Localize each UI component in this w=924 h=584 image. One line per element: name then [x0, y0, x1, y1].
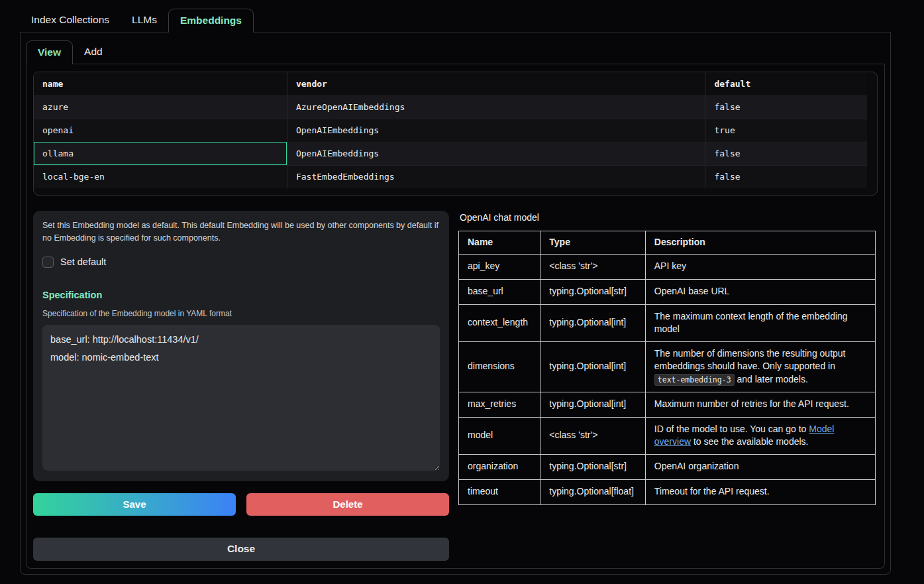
specification-heading: Specification — [42, 290, 440, 300]
tab-llms[interactable]: LLMs — [121, 9, 168, 32]
close-button[interactable]: Close — [33, 538, 449, 561]
param-row: max_retries typing.Optional[int] Maximum… — [459, 392, 876, 417]
param-type: typing.Optional[int] — [540, 392, 646, 417]
cell-vendor[interactable]: AzureOpenAIEmbeddings — [287, 95, 705, 119]
param-type: typing.Optional[float] — [540, 479, 646, 504]
param-row: api_key <class 'str'> API key — [459, 254, 876, 279]
param-type: typing.Optional[int] — [540, 304, 646, 341]
param-row: model <class 'str'> ID of the model to u… — [459, 417, 876, 454]
cell-name[interactable]: local-bge-en — [34, 165, 287, 188]
dataframe-header-row: name vendor default — [34, 72, 867, 95]
param-description: The maximum context length of the embedd… — [645, 304, 875, 341]
table-row: openai OpenAIEmbeddings true — [34, 119, 867, 142]
param-name: model — [459, 417, 540, 454]
param-row: timeout typing.Optional[float] Timeout f… — [459, 479, 876, 504]
tab-add[interactable]: Add — [73, 40, 114, 64]
param-name: dimensions — [459, 341, 540, 392]
description-text: The number of dimensions the resulting o… — [654, 348, 846, 372]
param-type: <class 'str'> — [540, 417, 646, 454]
param-type: typing.Optional[int] — [540, 341, 646, 392]
save-button[interactable]: Save — [33, 493, 236, 516]
specification-yaml-input[interactable]: base_url: http://localhost:11434/v1/ mod… — [42, 325, 440, 471]
param-name: organization — [459, 454, 540, 479]
param-row: context_length typing.Optional[int] The … — [459, 304, 876, 341]
param-name: context_length — [459, 304, 540, 341]
param-name: base_url — [459, 279, 540, 304]
col-header-param-type: Type — [540, 231, 646, 255]
param-name: api_key — [459, 254, 540, 279]
set-default-label: Set default — [60, 257, 106, 267]
sub-tabbar: View Add — [26, 40, 885, 64]
param-description: API key — [645, 254, 875, 279]
app-root: Index Collections LLMs Embeddings View A… — [0, 0, 924, 575]
model-info-table: Name Type Description api_key <class 'st… — [458, 231, 876, 505]
view-tab-content: name vendor default azure AzureOpenAIEmb… — [26, 64, 885, 569]
model-info-column: OpenAI chat model Name Type Description — [458, 211, 876, 505]
default-description: Set this Embedding model as default. Thi… — [42, 219, 440, 245]
inline-code: text-embedding-3 — [654, 374, 735, 386]
param-row: base_url typing.Optional[str] OpenAI bas… — [459, 279, 876, 304]
tab-index-collections[interactable]: Index Collections — [20, 9, 121, 32]
delete-button[interactable]: Delete — [246, 493, 449, 516]
cell-default[interactable]: true — [705, 119, 867, 142]
embeddings-dataframe: name vendor default azure AzureOpenAIEmb… — [33, 72, 878, 196]
param-type: typing.Optional[str] — [540, 279, 646, 304]
cell-name[interactable]: azure — [34, 95, 287, 119]
table-row: ollama OpenAIEmbeddings false — [34, 142, 867, 165]
edit-embedding-column: Set this Embedding model as default. Thi… — [33, 211, 449, 561]
col-header-vendor[interactable]: vendor — [287, 72, 705, 95]
embeddings-admin-panel: Index Collections LLMs Embeddings View A… — [20, 9, 891, 575]
param-name: max_retries — [459, 392, 540, 417]
param-type: typing.Optional[str] — [540, 454, 646, 479]
model-info-header-row: Name Type Description — [459, 231, 876, 255]
param-row: organization typing.Optional[str] OpenAI… — [459, 454, 876, 479]
cell-name[interactable]: openai — [34, 119, 287, 142]
col-header-name[interactable]: name — [34, 72, 287, 95]
col-header-param-description: Description — [645, 231, 875, 255]
param-description: Maximum number of retries for the API re… — [645, 392, 875, 417]
col-header-default[interactable]: default — [705, 72, 867, 95]
param-description: OpenAI base URL — [645, 279, 875, 304]
cell-vendor[interactable]: OpenAIEmbeddings — [287, 142, 705, 165]
embeddings-tab-content: View Add name vendor default — [20, 32, 891, 575]
cell-default[interactable]: false — [705, 95, 867, 119]
action-buttons-row: Save Delete — [33, 493, 449, 516]
set-default-checkbox-row[interactable]: Set default — [42, 257, 440, 268]
param-name: timeout — [459, 479, 540, 504]
set-default-checkbox[interactable] — [42, 257, 54, 268]
description-text: to see the available models. — [691, 436, 808, 447]
param-description: The number of dimensions the resulting o… — [645, 341, 875, 392]
description-text: and later models. — [735, 374, 808, 384]
specification-sublabel: Specification of the Embedding model in … — [42, 309, 440, 318]
table-row: azure AzureOpenAIEmbeddings false — [34, 95, 867, 119]
table-row: local-bge-en FastEmbedEmbeddings false — [34, 165, 867, 188]
edit-embedding-group: Set this Embedding model as default. Thi… — [33, 211, 449, 481]
cell-vendor[interactable]: OpenAIEmbeddings — [287, 119, 705, 142]
cell-vendor[interactable]: FastEmbedEmbeddings — [287, 165, 705, 188]
model-info-title: OpenAI chat model — [460, 212, 876, 223]
cell-default[interactable]: false — [705, 165, 867, 188]
cell-default[interactable]: false — [705, 142, 867, 165]
param-description: Timeout for the API request. — [645, 479, 875, 504]
param-description: OpenAI organization — [645, 454, 875, 479]
param-description: ID of the model to use. You can go to Mo… — [645, 417, 875, 454]
param-row: dimensions typing.Optional[int] The numb… — [459, 341, 876, 392]
description-text: ID of the model to use. You can go to — [654, 424, 809, 434]
tab-view[interactable]: View — [26, 40, 73, 64]
cell-name-selected[interactable]: ollama — [34, 142, 287, 165]
tab-embeddings[interactable]: Embeddings — [168, 9, 254, 32]
param-type: <class 'str'> — [540, 254, 646, 279]
col-header-param-name: Name — [459, 231, 540, 255]
main-tabbar: Index Collections LLMs Embeddings — [20, 9, 891, 32]
